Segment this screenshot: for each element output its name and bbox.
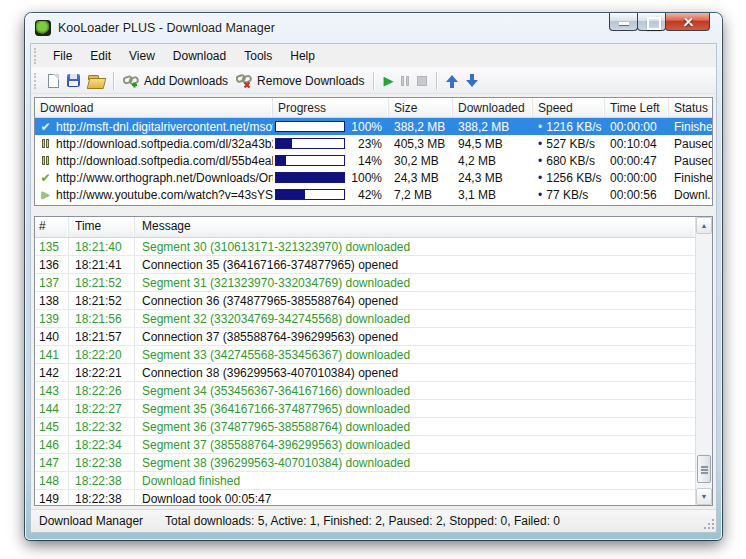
downloaded-cell: 24,3 MB (453, 171, 533, 185)
pause-icon (401, 76, 409, 86)
log-row[interactable]: 14718:22:38Segment 38 (396299563-4070103… (35, 454, 695, 472)
status-cell: Finished (669, 171, 712, 185)
remove-downloads-button[interactable]: Remove Downloads (232, 71, 368, 91)
download-row[interactable]: http://download.softpedia.com/dl/55b4eab… (35, 152, 712, 169)
log-row[interactable]: 14818:22:38Download finished (35, 472, 695, 490)
progress-percent: 100% (345, 171, 389, 185)
open-button[interactable] (84, 73, 108, 89)
log-row[interactable]: 14518:22:32Segment 36 (374877965-3855887… (35, 418, 695, 436)
progress-fill (276, 122, 344, 131)
log-row[interactable]: 14218:22:21Connection 38 (396299563-4070… (35, 364, 695, 382)
scroll-up-icon[interactable]: ▲ (696, 217, 712, 234)
log-number: 138 (35, 292, 69, 309)
minimize-button[interactable] (609, 13, 638, 31)
menu-download[interactable]: Download (164, 46, 235, 66)
log-time: 18:22:32 (69, 418, 135, 435)
log-number: 148 (35, 472, 69, 489)
log-row[interactable]: 13818:21:52Connection 36 (374877965-3855… (35, 292, 695, 310)
add-downloads-button[interactable]: Add Downloads (119, 71, 232, 91)
log-number: 140 (35, 328, 69, 345)
app-window: KooLoader PLUS - Download Manager File E… (25, 13, 722, 540)
progress-cell: 100% (273, 171, 389, 185)
scrollbar-thumb[interactable] (697, 455, 711, 483)
log-time: 18:22:26 (69, 382, 135, 399)
open-folder-icon (88, 75, 104, 87)
toolbar-grip-handle[interactable] (34, 73, 37, 89)
menu-help[interactable]: Help (281, 46, 324, 66)
download-row[interactable]: http://download.softpedia.com/dl/32a43b2… (35, 135, 712, 152)
menu-view[interactable]: View (120, 46, 164, 66)
resize-grip-handle[interactable] (703, 518, 714, 529)
downloads-list: Download Progress Size Downloaded Speed … (34, 97, 713, 206)
toolbar-separator (436, 72, 437, 90)
move-down-button[interactable] (462, 72, 482, 90)
download-row[interactable]: http://msft-dnl.digitalrivercontent.net/… (35, 118, 712, 135)
log-row[interactable]: 14418:22:27Segment 35 (364167166-3748779… (35, 400, 695, 418)
progress-bar (275, 172, 345, 183)
log-row[interactable]: 13518:21:40Segment 30 (310613171-3213239… (35, 238, 695, 256)
scroll-down-icon[interactable]: ▼ (696, 488, 712, 505)
menu-edit[interactable]: Edit (81, 46, 120, 66)
column-status[interactable]: Status (669, 98, 712, 117)
status-cell: Finished (669, 120, 712, 134)
progress-percent: 100% (345, 120, 389, 134)
log-time: 18:22:21 (69, 364, 135, 381)
status-cell: Downl... (669, 188, 712, 202)
start-button[interactable]: ▶ (379, 72, 397, 89)
download-url-cell: http://www.youtube.com/watch?v=43sYSMH (35, 188, 273, 202)
speed-cell: •1216 KB/s (533, 120, 605, 134)
maximize-button[interactable] (637, 13, 666, 31)
column-size[interactable]: Size (389, 98, 453, 117)
progress-percent: 14% (345, 154, 389, 168)
title-bar[interactable]: KooLoader PLUS - Download Manager (25, 13, 722, 43)
column-time[interactable]: Time (69, 217, 135, 237)
save-button[interactable] (63, 72, 84, 89)
log-time: 18:21:57 (69, 328, 135, 345)
menu-file[interactable]: File (44, 46, 81, 66)
menubar-grip-handle[interactable] (34, 48, 37, 64)
menu-tools[interactable]: Tools (235, 46, 281, 66)
log-row[interactable]: 13718:21:52Segment 31 (321323970-3320347… (35, 274, 695, 292)
download-row[interactable]: http://www.youtube.com/watch?v=43sYSMH42… (35, 186, 712, 203)
log-row[interactable]: 13618:21:41Connection 35 (364167166-3748… (35, 256, 695, 274)
log-time: 18:22:38 (69, 472, 135, 489)
log-message: Segment 35 (364167166-374877965) downloa… (135, 400, 695, 418)
download-url: http://msft-dnl.digitalrivercontent.net/… (56, 120, 273, 134)
log-number: 142 (35, 364, 69, 381)
log-row[interactable]: 14318:22:26Segment 34 (353456367-3641671… (35, 382, 695, 400)
app-icon[interactable] (35, 20, 51, 36)
log-time: 18:21:41 (69, 256, 135, 273)
progress-percent: 42% (345, 188, 389, 202)
speed-bullet-icon: • (538, 171, 542, 185)
progress-bar (275, 155, 345, 166)
column-number[interactable]: # (35, 217, 69, 237)
arrow-down-icon (466, 74, 478, 88)
log-row[interactable]: 13918:21:56Segment 32 (332034769-3427455… (35, 310, 695, 328)
progress-cell: 14% (273, 154, 389, 168)
log-number: 144 (35, 400, 69, 417)
progress-percent: 23% (345, 137, 389, 151)
column-progress[interactable]: Progress (273, 98, 389, 117)
log-row[interactable]: 14018:21:57Connection 37 (385588764-3962… (35, 328, 695, 346)
new-button[interactable] (44, 72, 63, 90)
downloaded-cell: 3,1 MB (453, 188, 533, 202)
window-title: KooLoader PLUS - Download Manager (58, 21, 275, 35)
speed-cell: •77 KB/s (533, 188, 605, 202)
column-downloaded[interactable]: Downloaded (453, 98, 533, 117)
column-speed[interactable]: Speed (533, 98, 605, 117)
column-message[interactable]: Message (135, 217, 695, 237)
log-row[interactable]: 14918:22:38Download took 00:05:47 (35, 490, 695, 506)
column-time-left[interactable]: Time Left (605, 98, 669, 117)
close-button[interactable] (665, 13, 710, 31)
download-row[interactable]: http://www.orthograph.net/Downloads/Orth… (35, 169, 712, 186)
log-message: Segment 36 (374877965-385588764) downloa… (135, 418, 695, 436)
column-download[interactable]: Download (35, 98, 273, 117)
stop-button[interactable] (413, 74, 431, 88)
progress-cell: 42% (273, 188, 389, 202)
toolbar-separator (373, 72, 374, 90)
move-up-button[interactable] (442, 72, 462, 90)
log-scrollbar[interactable]: ▲ ▼ (695, 217, 712, 505)
log-row[interactable]: 14118:22:20Segment 33 (342745568-3534563… (35, 346, 695, 364)
pause-button[interactable] (397, 74, 413, 88)
log-row[interactable]: 14618:22:34Segment 37 (385588764-3962995… (35, 436, 695, 454)
